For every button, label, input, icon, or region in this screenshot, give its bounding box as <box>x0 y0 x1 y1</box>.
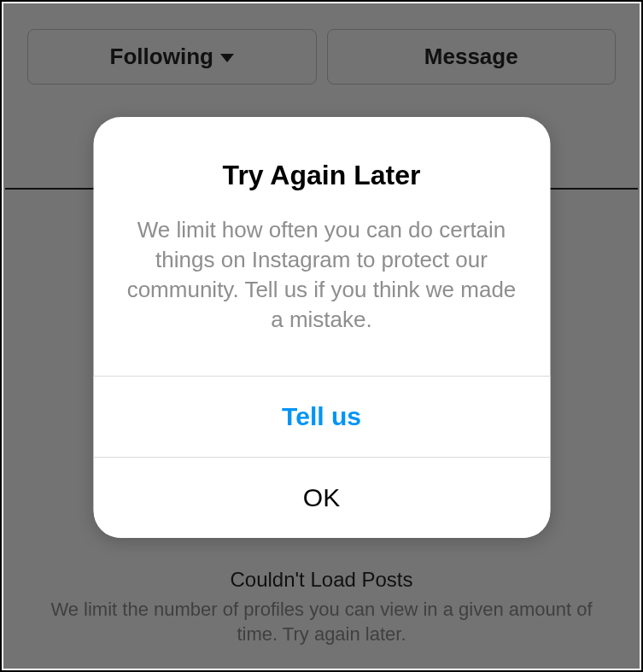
alert-content: Try Again Later We limit how often you c… <box>93 117 550 376</box>
tell-us-button[interactable]: Tell us <box>93 376 550 457</box>
alert-body: We limit how often you can do certain th… <box>120 215 523 335</box>
ok-button[interactable]: OK <box>93 457 550 538</box>
alert-dialog: Try Again Later We limit how often you c… <box>93 117 550 538</box>
ok-label: OK <box>303 483 340 512</box>
alert-title: Try Again Later <box>120 160 523 191</box>
tell-us-label: Tell us <box>282 402 361 431</box>
